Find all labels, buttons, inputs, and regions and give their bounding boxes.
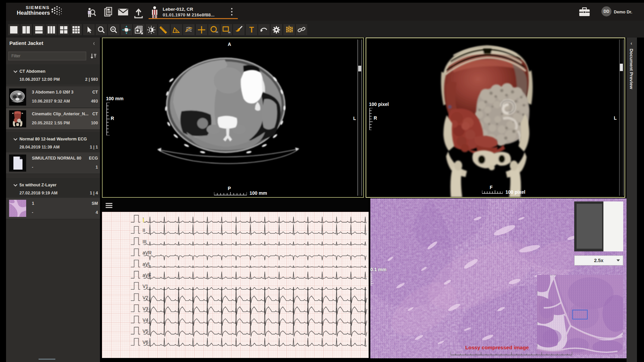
svg-text:V6: V6 [143, 340, 148, 345]
svg-text:III: III [143, 239, 147, 244]
svg-text:aVF: aVF [143, 273, 151, 278]
svg-text:aVR: aVR [143, 250, 152, 255]
svg-text:V3: V3 [143, 306, 148, 311]
svg-text:V4: V4 [143, 317, 148, 323]
svg-text:V5: V5 [143, 328, 148, 334]
svg-text:aVL: aVL [143, 261, 151, 267]
svg-text:T: T [249, 25, 254, 34]
svg-text:V1: V1 [143, 284, 148, 289]
svg-text:II: II [143, 228, 145, 233]
svg-text:V2: V2 [143, 295, 148, 300]
